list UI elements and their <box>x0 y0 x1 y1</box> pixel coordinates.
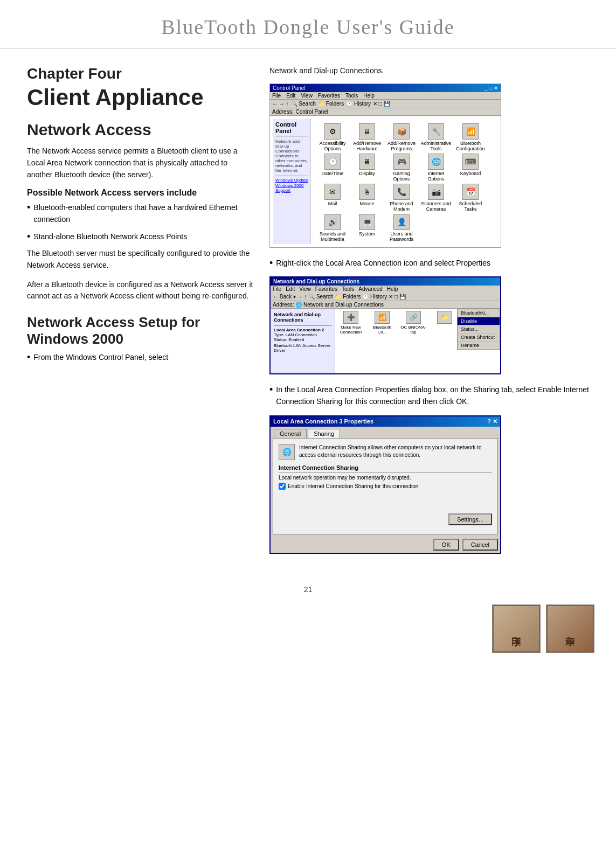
props-cancel-button[interactable]: Cancel <box>462 539 498 551</box>
right-bullet-2-text: Right-click the Local Area Connection ic… <box>276 258 490 269</box>
right-column: Network and Dial-up Connections. Control… <box>269 65 594 564</box>
cp-icon-mail: ✉ Mail <box>316 184 349 212</box>
bullet-text-1: Bluetooth-enabled computers that have a … <box>33 202 253 225</box>
ctx-rename: Rename <box>458 342 500 350</box>
cp-icon-mouse: 🖱 Mouse <box>351 184 383 212</box>
net-left-title: Network and Dial-up Connections <box>274 312 331 323</box>
cp-icon-area: ⚙ Accessibility Options 🖥 Add/Remove Har… <box>314 119 497 244</box>
cp-titlebar: Control Panel _ □ ✕ <box>270 84 501 92</box>
cp-toolbar: ← → ↑ 🔍 Search 📁 Folders 🕐 History ✕ □ 💾 <box>270 100 501 108</box>
net-lan2: Local Area Connection 2 <box>274 328 331 332</box>
props-sharing-row: 🌐 Internet Connection Sharing allows oth… <box>279 444 492 460</box>
net-titlebar: Network and Dial-up Connections <box>271 277 500 286</box>
screenshot-network-connections: Network and Dial-up Connections File Edi… <box>269 276 501 374</box>
bullet-dot-2: • <box>27 231 30 243</box>
section2-bullet1: • From the Windows Control Panel, select <box>27 352 253 364</box>
ctx-status: Status... <box>458 325 500 333</box>
net-title-text: Network and Dial-up Connections <box>273 279 359 284</box>
screenshot-control-panel: Control Panel _ □ ✕ File Edit View Favor… <box>269 84 501 248</box>
chapter-label: Chapter Four <box>27 65 253 82</box>
stamp-2: 章印 <box>546 604 594 653</box>
net-status: Status: Enabled <box>274 337 331 342</box>
page-number: 21 <box>0 580 616 599</box>
net-toolbar: ← Back ▾ → ↑ 🔍 Search 📁 Folders 🕐 Histor… <box>271 293 500 301</box>
bullet-dot-r2: • <box>269 258 273 269</box>
props-note: Local network operation may be momentari… <box>279 475 411 481</box>
left-column: Chapter Four Client Appliance Network Ac… <box>27 65 253 564</box>
net-menubar: File Edit View Favorites Tools Advanced … <box>271 286 500 293</box>
screenshot-properties-dialog: Local Area Connection 3 Properties ? ✕ G… <box>269 415 501 554</box>
cp-link-update[interactable]: Windows Update <box>275 178 308 183</box>
cp-icon-programs: 📦 Add/Remove Programs <box>385 123 418 151</box>
cp-icon-scanners: 📷 Scanners and Cameras <box>420 184 452 212</box>
cp-icon-internet: 🌐 Internet Options <box>420 154 452 182</box>
bullet-dot-r3: • <box>269 384 273 396</box>
net-driver: Bluetooth LAN Access Server Driver <box>274 343 331 353</box>
props-checkbox-row: Enable Internet Connection Sharing for t… <box>279 483 492 490</box>
props-sharing-desc: Internet Connection Sharing allows other… <box>299 444 492 459</box>
bullet-item-2: • Stand-alone Bluetooth Network Access P… <box>27 231 253 243</box>
bullet-dot-3: • <box>27 352 30 364</box>
section-title-network-access: Network Access <box>27 121 253 139</box>
section2-bullet1-text: From the Windows Control Panel, select <box>33 352 168 364</box>
bullet-item-1: • Bluetooth-enabled computers that have … <box>27 202 253 225</box>
cp-icon-gaming: 🎮 Gaming Options <box>385 154 418 182</box>
cp-icon-users: 👤 Users and Passwords <box>385 214 418 242</box>
ctx-shortcut: Create Shortcut <box>458 333 500 342</box>
cp-icon-admin: 🔧 Administrative Tools <box>420 123 452 151</box>
cp-link-support[interactable]: Windows 2000 Support <box>275 183 308 193</box>
cp-sidebar: Control Panel Network and Dial-up Connec… <box>273 119 311 244</box>
section1-followup1: The Bluetooth server must be specificall… <box>27 248 253 271</box>
bottom-images: 漢字印 章印 <box>0 604 616 653</box>
cp-address: Address: Control Panel <box>270 108 501 116</box>
right-bullet-3-text: In the Local Area Connection Properties … <box>276 384 594 407</box>
cp-icons-grid: ⚙ Accessibility Options 🖥 Add/Remove Har… <box>316 123 495 242</box>
net-icon-bluetooth: 📶 Bluetooth Co... <box>369 311 396 335</box>
section1-intro: The Network Access service permits a Blu… <box>27 145 253 180</box>
cp-menubar: File Edit View Favorites Tools Help <box>270 92 501 100</box>
props-note-row: Local network operation may be momentari… <box>279 475 492 481</box>
net-right-panel: ➕ Make New Connection 📶 Bluetooth Co... … <box>335 309 500 373</box>
ctx-disable: Disable <box>458 317 500 325</box>
ctx-bluetooth: BluetoothN... <box>458 309 500 317</box>
props-checkbox-label: Enable Internet Connection Sharing for t… <box>288 483 418 489</box>
cp-panel-title: Control Panel <box>275 121 308 134</box>
right-intro: Network and Dial-up Connections. <box>269 65 594 77</box>
props-section-label: Internet Connection Sharing <box>279 464 492 472</box>
props-settings-button[interactable]: Settings... <box>448 513 492 525</box>
cp-network-desc: Network and Dial-up Connections <box>275 139 308 154</box>
subsection-title: Possible Network Access servers include <box>27 188 253 198</box>
props-title-controls: ? ✕ <box>487 418 497 425</box>
page-header: BlueTooth Dongle User's Guide <box>0 0 616 49</box>
net-icon-folder: 📁 <box>431 311 458 335</box>
cp-title-text: Control Panel <box>273 85 306 91</box>
section1-followup2: After a Bluetooth device is configured a… <box>27 279 253 302</box>
right-bullet-3: • In the Local Area Connection Propertie… <box>269 384 594 407</box>
net-icon-oc: 🔗 OC BNIONA-top <box>400 311 427 335</box>
cp-address-text: Control Panel <box>295 109 328 115</box>
bullet-text-2: Stand-alone Bluetooth Network Access Poi… <box>33 231 187 243</box>
section2-title: Network Access Setup for Windows 2000 <box>27 314 253 347</box>
right-bullet-2: • Right-click the Local Area Connection … <box>269 258 594 269</box>
cp-icon-datetime: 🕐 Date/Time <box>316 154 349 182</box>
cp-icon-display: 🖥 Display <box>351 154 383 182</box>
net-type: Type: LAN Connection <box>274 332 331 337</box>
page-title: BlueTooth Dongle User's Guide <box>0 15 616 39</box>
net-icon-new: ➕ Make New Connection <box>337 311 364 335</box>
props-title-text: Local Area Connection 3 Properties <box>273 418 373 425</box>
props-tabs: General Sharing <box>271 427 500 438</box>
cp-icon-hardware: 🖥 Add/Remove Hardware <box>351 123 383 151</box>
stamp-1: 漢字印 <box>492 604 541 653</box>
context-menu: BluetoothN... Disable Status... Create S… <box>457 309 500 350</box>
props-tab-sharing[interactable]: Sharing <box>308 429 340 438</box>
cp-network-desc2: Connects to other computers, networks, a… <box>275 154 308 173</box>
bullet-dot-1: • <box>27 202 30 214</box>
props-sharing-icon: 🌐 <box>279 444 295 460</box>
props-titlebar: Local Area Connection 3 Properties ? ✕ <box>271 416 500 427</box>
props-ok-button[interactable]: OK <box>433 539 459 551</box>
props-tab-general[interactable]: General <box>274 429 307 438</box>
props-buttons: OK Cancel <box>271 537 500 553</box>
cp-icon-sounds: 🔊 Sounds and Multimedia <box>316 214 349 242</box>
net-left-panel: Network and Dial-up Connections Local Ar… <box>271 309 335 373</box>
props-checkbox[interactable] <box>279 483 286 490</box>
